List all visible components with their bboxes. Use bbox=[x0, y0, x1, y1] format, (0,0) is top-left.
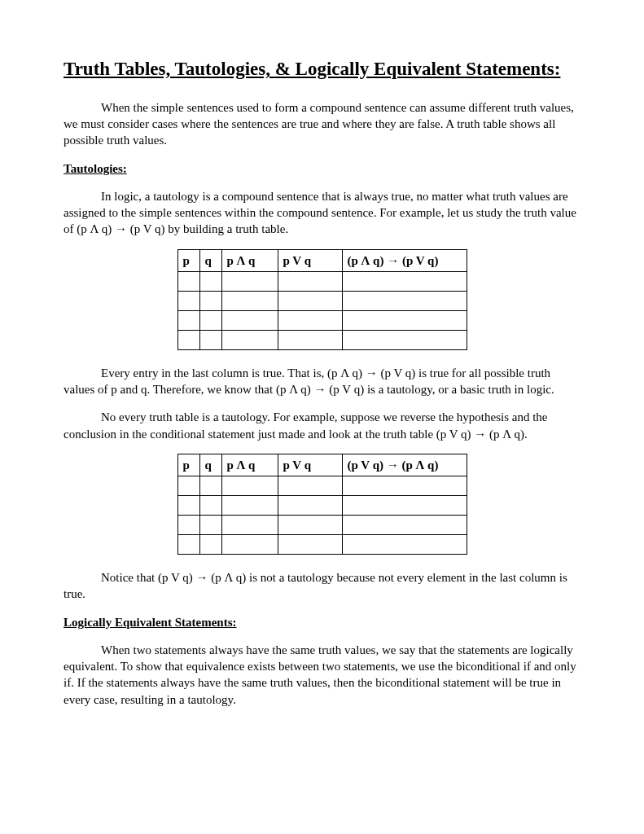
col-implication: (p V q) → (p Λ q) bbox=[342, 454, 467, 476]
cell bbox=[199, 476, 221, 496]
cell bbox=[199, 271, 221, 291]
table-row bbox=[177, 330, 467, 349]
cell bbox=[278, 291, 342, 310]
cell bbox=[278, 330, 342, 349]
cell bbox=[278, 535, 342, 555]
cell bbox=[177, 535, 199, 555]
col-and: p Λ q bbox=[221, 249, 278, 271]
cell bbox=[278, 496, 342, 516]
cell bbox=[342, 271, 467, 291]
after-table1-text-b: No every truth table is a tautology. For… bbox=[64, 410, 547, 440]
cell bbox=[278, 310, 342, 330]
cell bbox=[221, 476, 278, 496]
col-implication: (p Λ q) → (p V q) bbox=[342, 249, 467, 271]
cell bbox=[221, 535, 278, 555]
cell bbox=[199, 496, 221, 516]
cell bbox=[342, 330, 467, 349]
col-q: q bbox=[199, 454, 221, 476]
tautology-definition-text: In logic, a tautology is a compound sent… bbox=[64, 190, 576, 236]
cell bbox=[342, 516, 467, 535]
cell bbox=[177, 310, 199, 330]
after-table2-text: Notice that (p V q) → (p Λ q) is not a t… bbox=[64, 571, 567, 600]
cell bbox=[221, 291, 278, 310]
cell bbox=[177, 476, 199, 496]
page-title: Truth Tables, Tautologies, & Logically E… bbox=[64, 57, 580, 81]
cell bbox=[342, 310, 467, 330]
cell bbox=[221, 310, 278, 330]
cell bbox=[278, 271, 342, 291]
cell bbox=[199, 330, 221, 349]
cell bbox=[177, 330, 199, 349]
col-or: p V q bbox=[278, 454, 342, 476]
tautology-definition-paragraph: In logic, a tautology is a compound sent… bbox=[64, 188, 580, 238]
truth-table-2: p q p Λ q p V q (p V q) → (p Λ q) bbox=[177, 454, 467, 555]
table-row bbox=[177, 310, 467, 330]
col-q: q bbox=[199, 249, 221, 271]
after-table1-paragraph-b: No every truth table is a tautology. For… bbox=[64, 409, 580, 442]
logically-equivalent-paragraph: When two statements always have the same… bbox=[64, 642, 580, 708]
after-table1-text-a: Every entry in the last column is true. … bbox=[64, 367, 554, 396]
cell bbox=[342, 291, 467, 310]
cell bbox=[221, 271, 278, 291]
table-row bbox=[177, 496, 467, 516]
after-table2-paragraph: Notice that (p V q) → (p Λ q) is not a t… bbox=[64, 569, 580, 603]
cell bbox=[177, 291, 199, 310]
col-p: p bbox=[177, 454, 199, 476]
cell bbox=[199, 516, 221, 535]
cell bbox=[221, 516, 278, 535]
table-row bbox=[177, 535, 467, 555]
col-or: p V q bbox=[278, 249, 342, 271]
cell bbox=[342, 535, 467, 555]
cell bbox=[177, 496, 199, 516]
cell bbox=[177, 271, 199, 291]
table-row bbox=[177, 516, 467, 535]
tautologies-heading: Tautologies: bbox=[64, 160, 580, 177]
cell bbox=[177, 516, 199, 535]
cell bbox=[342, 496, 467, 516]
cell bbox=[278, 516, 342, 535]
after-table1-paragraph-a: Every entry in the last column is true. … bbox=[64, 365, 580, 398]
table-row bbox=[177, 291, 467, 310]
cell bbox=[199, 310, 221, 330]
cell bbox=[278, 476, 342, 496]
truth-table-1: p q p Λ q p V q (p Λ q) → (p V q) bbox=[177, 249, 467, 350]
intro-paragraph: When the simple sentences used to form a… bbox=[64, 99, 580, 149]
logically-equivalent-heading: Logically Equivalent Statements: bbox=[64, 614, 580, 630]
logically-equivalent-text: When two statements always have the same… bbox=[64, 643, 576, 706]
table-row bbox=[177, 476, 467, 496]
table-header-row: p q p Λ q p V q (p Λ q) → (p V q) bbox=[177, 249, 467, 271]
cell bbox=[221, 330, 278, 349]
cell bbox=[221, 496, 278, 516]
table-header-row: p q p Λ q p V q (p V q) → (p Λ q) bbox=[177, 454, 467, 476]
col-p: p bbox=[177, 249, 199, 271]
cell bbox=[199, 291, 221, 310]
intro-text: When the simple sentences used to form a… bbox=[64, 101, 574, 147]
col-and: p Λ q bbox=[221, 454, 278, 476]
cell bbox=[199, 535, 221, 555]
cell bbox=[342, 476, 467, 496]
table-row bbox=[177, 271, 467, 291]
